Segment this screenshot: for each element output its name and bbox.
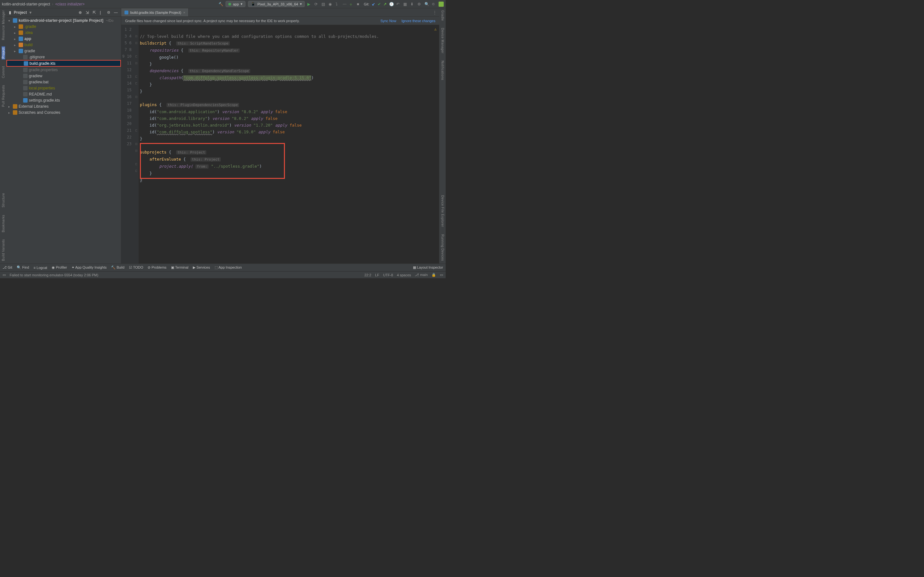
search-icon[interactable]: 🔍 [425,2,429,6]
code-editor[interactable]: 1 2 3 4 5 6 7 8 9 10 11 12 13 14 15 16 1… [121,25,439,263]
tool-device-file-explorer[interactable]: Device File Explorer [441,195,444,227]
left-tool-strip: Resource Manager Project Commit Pull Req… [0,8,6,263]
tree-root[interactable]: kotlin-android-starter-project [Sample P… [6,17,121,23]
tool-device-manager[interactable]: Device Manager [441,27,444,54]
lock-icon[interactable]: 🔒 [431,273,436,277]
tool-gradle[interactable]: Gradle [441,10,444,21]
tool-resource-manager[interactable]: Resource Manager [2,10,5,41]
attach-icon[interactable]: ⤵ [336,2,340,6]
status-message[interactable]: Failed to start monitoring emulator-5554… [10,273,98,277]
tool-bookmarks[interactable]: Bookmarks [2,214,5,233]
run-icon[interactable]: ▶ [307,2,312,6]
indent-setting[interactable]: 4 spaces [397,273,411,277]
chevron-down-icon[interactable]: ▾ [29,10,31,15]
tool-quality[interactable]: ✦ App Quality Insights [71,266,107,269]
run-config-label: app [233,2,239,6]
tool-build[interactable]: 🔨 Build [111,266,124,269]
tree-item[interactable]: README.md [6,91,121,97]
editor-tab[interactable]: build.gradle.kts (Sample Project) × [121,8,189,16]
tree-item[interactable]: app [6,35,121,42]
git-commit-icon[interactable]: ✔ [378,2,381,6]
sync-now-link[interactable]: Sync Now [381,19,397,23]
tool-notifications[interactable]: Notifications [441,60,444,81]
tree-item[interactable]: gradle.properties [6,67,121,73]
expand-icon[interactable]: ⇲ [86,10,90,15]
tool-problems[interactable]: ⊘ Problems [148,266,166,269]
stop-icon[interactable]: ■ [357,2,361,6]
warning-icon[interactable]: ⚠ [434,26,437,32]
collapse-icon[interactable]: ⇱ [93,10,97,15]
tabs-more-icon[interactable]: ⋮ [430,8,439,16]
hide-icon[interactable]: — [114,10,118,15]
undo-icon[interactable]: ↶ [396,2,401,6]
tree-item[interactable]: .gitignore [6,54,121,60]
gradle-file-icon [124,11,128,15]
tool-running-devices[interactable]: Running Devices [441,234,444,261]
tool-commit[interactable]: Commit [2,65,5,79]
git-pull-icon[interactable]: ↙ [372,2,375,6]
coverage-icon[interactable]: ▤ [321,2,326,6]
tree-item-selected[interactable]: build.gradle.kts [6,60,121,67]
code-content[interactable]: // Top-level build file where you can ad… [139,25,439,263]
tool-todo[interactable]: ☑ TODO [129,266,143,269]
more-run-icon[interactable]: ⋯ [342,2,347,6]
debug-icon[interactable]: ⟳ [314,2,319,6]
tab-label: build.gradle.kts (Sample Project) [130,11,181,15]
cursor-position[interactable]: 22:2 [365,273,371,277]
tool-pull-requests[interactable]: Pull Requests [2,84,5,107]
breadcrumb-context[interactable]: <class initializer> [55,2,84,6]
avd-icon[interactable]: ▦ [403,2,408,6]
device-dropdown[interactable]: 📱 Pixel_3a_API_33_x86_64 ▾ [248,1,305,7]
notification-icon[interactable]: ▭ [3,273,6,277]
git-push-icon[interactable]: ↗ [383,2,387,6]
sync-icon[interactable]: ⟐ [350,2,354,6]
tree-item[interactable]: .gradle [6,23,121,29]
project-tree[interactable]: kotlin-android-starter-project [Sample P… [6,17,121,263]
gear2-icon[interactable]: ⚙ [417,2,422,6]
tree-item[interactable]: gradlew.bat [6,79,121,85]
gear-icon[interactable]: ⛭ [107,10,111,15]
git-branch[interactable]: ⎇ main [415,273,428,277]
mem-icon[interactable]: ▭ [440,273,443,277]
project-panel-title[interactable]: Project [14,10,27,15]
tree-item[interactable]: gradle [6,48,121,54]
tool-services[interactable]: ▶ Services [193,266,210,269]
tool-layout-inspector[interactable]: ▦ Layout Inspector [413,266,443,269]
tool-structure[interactable]: Structure [2,192,5,208]
tool-terminal[interactable]: ▣ Terminal [171,266,188,269]
tree-item[interactable]: gradlew [6,73,121,79]
profile-icon[interactable]: ◉ [328,2,333,6]
tool-logcat[interactable]: ≡ Logcat [34,266,47,269]
run-config-dropdown[interactable]: app ▾ [226,1,246,7]
tree-item[interactable]: .idea [6,29,121,35]
phone-icon: 📱 [251,2,255,6]
settings-icon[interactable]: ⛭ [431,2,436,6]
tool-build-variants[interactable]: Build Variants [2,239,5,261]
sdk-icon[interactable]: ⬇ [410,2,415,6]
line-separator[interactable]: LF [375,273,379,277]
tool-profiler[interactable]: ◉ Profiler [52,266,67,269]
inlay-hint: this: Project [176,150,206,155]
history-icon[interactable]: 🕘 [389,2,394,6]
tool-find[interactable]: 🔍 Find [17,266,29,269]
tree-external-libs[interactable]: External Libraries [6,103,121,109]
tree-item[interactable]: local.properties [6,85,121,91]
inlay-hint: this: RepositoryHandler [188,48,240,53]
ignore-changes-link[interactable]: Ignore these changes [401,19,435,23]
tool-project[interactable]: Project [2,47,5,60]
tree-item[interactable]: build [6,42,121,48]
tool-git[interactable]: ⎇ Git [3,266,12,269]
close-icon[interactable]: × [183,11,185,15]
breadcrumb-project[interactable]: kotlin-android-starter-project [2,2,50,6]
avatar-icon[interactable] [439,2,444,7]
tool-app-inspection[interactable]: ⬚ App Inspection [215,266,242,269]
fold-gutter[interactable]: ⊟⊟⊏⊟⊏⊏⊟⊏⊟⊟⊏⊏ [134,25,139,263]
locate-icon[interactable]: ⊕ [79,10,83,15]
tree-scratches[interactable]: Scratches and Consoles [6,109,121,115]
chevron-down-icon: ▾ [300,2,302,6]
file-encoding[interactable]: UTF-8 [383,273,393,277]
make-icon[interactable]: 🔨 [218,2,223,6]
line-number-gutter[interactable]: 1 2 3 4 5 6 7 8 9 10 11 12 13 14 15 16 1… [121,25,134,263]
breadcrumb[interactable]: kotlin-android-starter-project › <class … [2,2,84,6]
tree-item[interactable]: settings.gradle.kts [6,97,121,103]
